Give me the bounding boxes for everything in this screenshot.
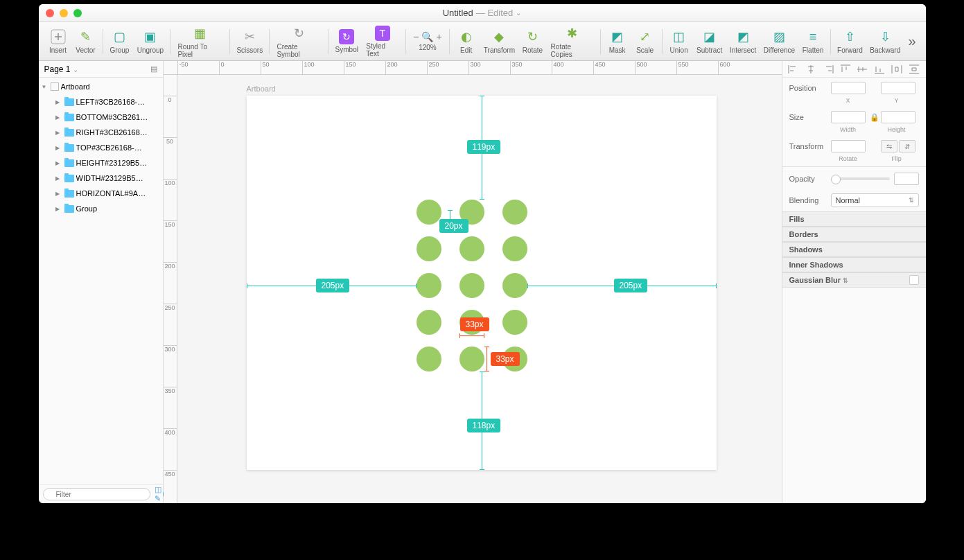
layer-item[interactable]: ▶TOP#3CB26168-… [39, 140, 163, 155]
layer-item[interactable]: ▶HEIGHT#23129B5… [39, 155, 163, 170]
disclosure-icon[interactable]: ▶ [55, 99, 62, 105]
layer-item[interactable]: ▶HORIZONTAL#9A… [39, 186, 163, 201]
flip-v-button[interactable]: ⇵ [899, 140, 915, 152]
circle[interactable] [459, 236, 484, 261]
rotate-input[interactable] [831, 140, 866, 152]
align-bottom-icon[interactable] [874, 64, 885, 74]
circle[interactable] [417, 236, 441, 261]
separator [269, 29, 270, 54]
ruler-vertical[interactable]: 050100150200250300350400450 [164, 75, 177, 503]
layer-item[interactable]: ▶LEFT#3CB26168-… [39, 94, 163, 110]
magnifier-icon: 🔍 [421, 31, 433, 42]
align-center-v-icon[interactable] [857, 64, 868, 74]
y-input[interactable] [881, 82, 915, 94]
disclosure-icon[interactable]: ▶ [55, 145, 62, 151]
pages-icon[interactable]: ▤ [150, 64, 157, 73]
backward-button[interactable]: ⇩Backward [866, 28, 904, 54]
circle[interactable] [417, 200, 441, 225]
separator [103, 29, 103, 54]
minimize-button[interactable] [60, 9, 68, 17]
layer-item[interactable]: ▶Group [39, 201, 163, 216]
zoom-control[interactable]: −🔍+ 120% [409, 31, 446, 51]
symbol-button[interactable]: ↻Symbol [331, 29, 362, 53]
layer-item[interactable]: ▶WIDTH#23129B5… [39, 170, 163, 186]
gaussian-blur-section[interactable]: Gaussian Blur ⇅ [782, 272, 926, 288]
fills-section[interactable]: Fills [782, 211, 926, 227]
round-to-pixel-button[interactable]: ▦Round To Pixel [173, 25, 227, 58]
transform-button[interactable]: ◆Transform [480, 28, 519, 54]
circle[interactable] [502, 310, 527, 335]
align-left-icon[interactable] [788, 64, 799, 74]
blending-select[interactable]: Normal⇅ [831, 193, 919, 207]
inner-shadows-section[interactable]: Inner Shadows [782, 257, 926, 272]
width-input[interactable] [831, 111, 866, 123]
insert-button[interactable]: Insert [44, 28, 72, 54]
circle[interactable] [459, 347, 484, 371]
union-button[interactable]: ◫Union [665, 28, 693, 54]
circle[interactable] [417, 347, 441, 371]
circle[interactable] [417, 273, 441, 298]
layer-item[interactable]: ▶RIGHT#3CB26168… [39, 125, 163, 140]
disclosure-icon[interactable]: ▶ [55, 130, 62, 136]
vector-button[interactable]: ✎Vector [72, 28, 100, 54]
disclosure-icon[interactable]: ▶ [55, 206, 62, 212]
opacity-input[interactable] [894, 173, 919, 185]
layer-item[interactable]: ▶BOTTOM#3CB261… [39, 110, 163, 125]
page-selector[interactable]: Page 1 ⌄ ▤ [39, 61, 163, 78]
artboard[interactable]: Artboard [247, 96, 717, 470]
align-top-icon[interactable] [840, 64, 851, 74]
circle[interactable] [502, 236, 527, 261]
scale-icon: ⤢ [637, 28, 654, 45]
circle[interactable] [459, 273, 484, 298]
intersect-button[interactable]: ◩Intersect [726, 28, 760, 54]
distribute-v-icon[interactable] [909, 64, 920, 74]
disclosure-icon[interactable]: ▶ [55, 114, 62, 121]
scissors-button[interactable]: ✂Scissors [233, 28, 266, 54]
group-button[interactable]: ▢Group [105, 28, 133, 54]
rotate-copies-button[interactable]: ✱Rotate Copies [547, 25, 597, 58]
layer-artboard[interactable]: ▼Artboard [39, 79, 163, 94]
opacity-slider[interactable] [831, 177, 890, 180]
flip-h-button[interactable]: ⇋ [881, 140, 897, 152]
distribute-h-icon[interactable] [891, 64, 902, 74]
height-input[interactable] [881, 111, 915, 123]
gaussian-checkbox[interactable] [909, 275, 919, 285]
mask-button[interactable]: ◩Mask [604, 28, 631, 54]
maximize-button[interactable] [73, 9, 82, 17]
lock-icon[interactable]: 🔒 [870, 113, 877, 122]
disclosure-icon[interactable]: ▼ [42, 84, 49, 90]
artboard-label[interactable]: Artboard [247, 85, 276, 93]
close-button[interactable] [46, 9, 54, 17]
subtract-icon: ◪ [701, 28, 718, 45]
align-center-h-icon[interactable] [805, 64, 816, 74]
ruler-horizontal[interactable]: -50050100150200250300350400450500550600 [164, 61, 782, 75]
shadows-section[interactable]: Shadows [782, 242, 926, 257]
zoom-out-icon[interactable]: − [413, 31, 419, 42]
difference-button[interactable]: ▨Difference [760, 28, 799, 54]
guide-cap [484, 347, 489, 347]
toolbar-overflow-button[interactable]: » [904, 33, 920, 49]
subtract-button[interactable]: ◪Subtract [693, 28, 726, 54]
rotate-button[interactable]: ↻Rotate [518, 28, 546, 54]
styled-text-button[interactable]: TStyled Text [362, 26, 403, 58]
flatten-button[interactable]: ≡Flatten [798, 28, 827, 54]
scale-button[interactable]: ⤢Scale [631, 28, 659, 54]
circle[interactable] [417, 310, 441, 335]
edit-button[interactable]: ◐Edit [453, 28, 480, 54]
window-title[interactable]: Untitled — Edited ⌄ [443, 8, 522, 18]
ungroup-button[interactable]: ▣Ungroup [133, 28, 167, 54]
disclosure-icon[interactable]: ▶ [55, 175, 62, 182]
create-symbol-button[interactable]: ↻Create Symbol [272, 25, 325, 58]
disclosure-icon[interactable]: ▶ [55, 160, 62, 166]
circle[interactable] [502, 273, 527, 298]
disclosure-icon[interactable]: ▶ [55, 191, 62, 197]
borders-section[interactable]: Borders [782, 227, 926, 242]
guide-cap [484, 371, 489, 371]
align-right-icon[interactable] [823, 64, 834, 74]
forward-button[interactable]: ⇧Forward [834, 28, 866, 54]
canvas[interactable]: Artboard [177, 75, 782, 503]
x-input[interactable] [831, 82, 866, 94]
zoom-in-icon[interactable]: + [436, 31, 441, 42]
filter-input[interactable] [43, 488, 150, 500]
circle[interactable] [502, 200, 527, 225]
